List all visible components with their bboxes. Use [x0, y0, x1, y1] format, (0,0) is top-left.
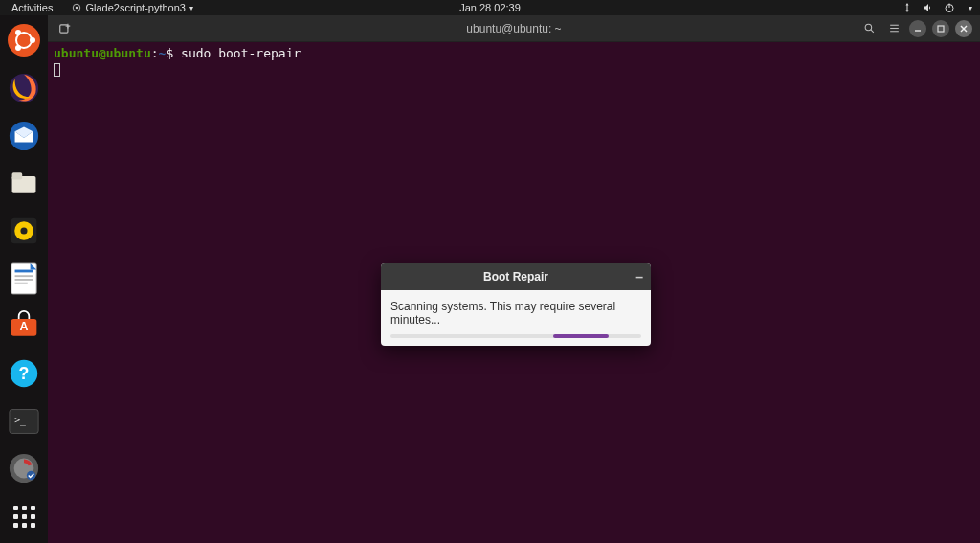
app-menu[interactable]: Glade2script-python3 ▾ — [64, 2, 201, 13]
window-close-button[interactable] — [955, 20, 972, 37]
grid-icon — [13, 506, 35, 528]
menu-button[interactable] — [884, 19, 903, 38]
svg-point-6 — [30, 37, 35, 43]
svg-line-34 — [870, 30, 873, 33]
dock-item-libreoffice-writer[interactable] — [5, 261, 43, 296]
power-icon[interactable] — [944, 2, 955, 13]
dock-item-thunderbird[interactable] — [5, 119, 43, 153]
system-tray[interactable]: ▾ — [902, 2, 980, 13]
svg-rect-17 — [15, 269, 33, 272]
activities-button[interactable]: Activities — [0, 2, 64, 13]
progress-indicator — [553, 334, 609, 338]
prompt-sep: : — [151, 46, 159, 60]
search-button[interactable] — [859, 19, 879, 38]
svg-point-8 — [15, 45, 21, 51]
prompt-symbol: $ — [166, 46, 173, 60]
dock-item-ubuntu[interactable] — [5, 23, 43, 57]
dock-item-terminal[interactable]: >_ — [5, 404, 43, 439]
dialog-minimize-button[interactable]: – — [635, 270, 643, 283]
terminal-title: ubuntu@ubuntu: ~ — [466, 22, 561, 35]
window-minimize-button[interactable] — [909, 20, 926, 37]
volume-icon[interactable] — [923, 2, 934, 13]
dock-item-rhythmbox[interactable] — [5, 214, 43, 248]
app-icon — [72, 3, 81, 12]
svg-rect-20 — [15, 282, 28, 283]
dock-item-boot-repair[interactable] — [5, 452, 43, 486]
terminal-command: sudo boot-repair — [181, 46, 301, 60]
svg-text:A: A — [20, 321, 29, 334]
clock[interactable]: Jan 28 02:39 — [459, 2, 521, 13]
caret-down-icon[interactable]: ▾ — [969, 4, 972, 12]
new-tab-button[interactable] — [56, 19, 75, 38]
svg-point-1 — [76, 7, 78, 10]
boot-repair-dialog: Boot Repair – Scanning systems. This may… — [381, 263, 651, 346]
window-maximize-button[interactable] — [932, 20, 949, 37]
caret-down-icon: ▾ — [189, 4, 193, 12]
svg-text:>_: >_ — [14, 415, 26, 426]
svg-rect-12 — [12, 173, 23, 180]
dock-item-help[interactable]: ? — [5, 356, 43, 391]
show-applications-button[interactable] — [5, 499, 43, 533]
dock-item-ubuntu-software[interactable]: A — [5, 309, 43, 344]
dock: A ? >_ — [0, 15, 48, 543]
svg-rect-18 — [15, 275, 33, 277]
dialog-message: Scanning systems. This may require sever… — [390, 300, 641, 327]
svg-point-7 — [15, 30, 21, 35]
network-icon[interactable] — [902, 2, 913, 13]
progress-bar — [390, 334, 641, 338]
prompt-userhost: ubuntu@ubuntu — [54, 46, 151, 60]
terminal-headerbar: ubuntu@ubuntu: ~ — [48, 15, 980, 42]
svg-text:?: ? — [19, 364, 30, 383]
app-menu-label: Glade2script-python3 — [85, 2, 186, 13]
dialog-titlebar[interactable]: Boot Repair – — [381, 263, 651, 290]
terminal-cursor — [54, 63, 60, 77]
dock-item-files[interactable] — [5, 166, 43, 200]
top-panel: Activities Glade2script-python3 ▾ Jan 28… — [0, 0, 980, 15]
dialog-title: Boot Repair — [483, 270, 548, 283]
svg-rect-39 — [938, 26, 944, 32]
svg-rect-19 — [15, 279, 33, 281]
svg-point-15 — [20, 227, 27, 234]
dialog-body: Scanning systems. This may require sever… — [381, 290, 651, 346]
dock-item-firefox[interactable] — [5, 71, 43, 105]
svg-point-33 — [865, 24, 872, 31]
